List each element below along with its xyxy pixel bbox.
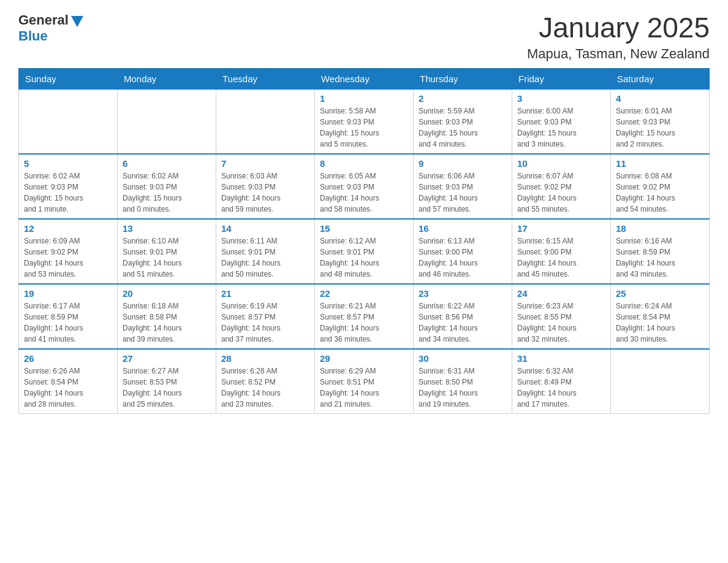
calendar-cell: 25Sunrise: 6:24 AM Sunset: 8:54 PM Dayli… bbox=[611, 284, 710, 349]
calendar-cell: 14Sunrise: 6:11 AM Sunset: 9:01 PM Dayli… bbox=[216, 219, 315, 284]
day-number: 23 bbox=[419, 288, 507, 299]
column-header-sunday: Sunday bbox=[19, 68, 118, 89]
day-number: 8 bbox=[320, 158, 408, 169]
calendar-title: January 2025 bbox=[527, 12, 710, 44]
calendar-cell: 9Sunrise: 6:06 AM Sunset: 9:03 PM Daylig… bbox=[414, 154, 512, 219]
calendar-cell: 27Sunrise: 6:27 AM Sunset: 8:53 PM Dayli… bbox=[118, 349, 216, 414]
calendar-cell: 30Sunrise: 6:31 AM Sunset: 8:50 PM Dayli… bbox=[414, 349, 512, 414]
day-number: 29 bbox=[320, 353, 408, 364]
day-info: Sunrise: 6:03 AM Sunset: 9:03 PM Dayligh… bbox=[221, 170, 309, 215]
day-info: Sunrise: 6:09 AM Sunset: 9:02 PM Dayligh… bbox=[24, 236, 112, 280]
day-number: 12 bbox=[24, 223, 112, 234]
calendar-cell: 19Sunrise: 6:17 AM Sunset: 8:59 PM Dayli… bbox=[19, 284, 118, 349]
day-number: 28 bbox=[221, 353, 309, 364]
day-number: 25 bbox=[616, 288, 704, 299]
day-info: Sunrise: 6:21 AM Sunset: 8:57 PM Dayligh… bbox=[320, 301, 408, 345]
calendar-cell: 22Sunrise: 6:21 AM Sunset: 8:57 PM Dayli… bbox=[315, 284, 414, 349]
logo: General Blue bbox=[18, 12, 83, 44]
calendar-cell: 18Sunrise: 6:16 AM Sunset: 8:59 PM Dayli… bbox=[611, 219, 710, 284]
day-number: 30 bbox=[419, 353, 507, 364]
calendar-cell: 29Sunrise: 6:29 AM Sunset: 8:51 PM Dayli… bbox=[315, 349, 414, 414]
day-number: 19 bbox=[24, 288, 112, 299]
calendar-week-row: 5Sunrise: 6:02 AM Sunset: 9:03 PM Daylig… bbox=[19, 154, 710, 219]
day-info: Sunrise: 6:11 AM Sunset: 9:01 PM Dayligh… bbox=[221, 236, 309, 280]
logo-triangle-icon bbox=[70, 13, 83, 27]
day-info: Sunrise: 6:07 AM Sunset: 9:02 PM Dayligh… bbox=[517, 170, 605, 215]
column-header-monday: Monday bbox=[118, 68, 216, 89]
calendar-cell: 17Sunrise: 6:15 AM Sunset: 9:00 PM Dayli… bbox=[512, 219, 611, 284]
calendar-cell: 1Sunrise: 5:58 AM Sunset: 9:03 PM Daylig… bbox=[315, 89, 414, 154]
day-number: 4 bbox=[616, 93, 704, 104]
day-info: Sunrise: 6:22 AM Sunset: 8:56 PM Dayligh… bbox=[419, 301, 507, 345]
day-info: Sunrise: 6:31 AM Sunset: 8:50 PM Dayligh… bbox=[419, 366, 507, 410]
calendar-cell bbox=[216, 89, 315, 154]
calendar-cell: 16Sunrise: 6:13 AM Sunset: 9:00 PM Dayli… bbox=[414, 219, 512, 284]
calendar-cell: 11Sunrise: 6:08 AM Sunset: 9:02 PM Dayli… bbox=[611, 154, 710, 219]
page-header: General Blue January 2025 Mapua, Tasman,… bbox=[18, 12, 710, 62]
calendar-cell: 31Sunrise: 6:32 AM Sunset: 8:49 PM Dayli… bbox=[512, 349, 611, 414]
logo-blue: Blue bbox=[18, 28, 48, 44]
day-info: Sunrise: 6:02 AM Sunset: 9:03 PM Dayligh… bbox=[123, 170, 211, 215]
day-info: Sunrise: 6:16 AM Sunset: 8:59 PM Dayligh… bbox=[616, 236, 704, 280]
day-number: 10 bbox=[517, 158, 605, 169]
calendar-week-row: 1Sunrise: 5:58 AM Sunset: 9:03 PM Daylig… bbox=[19, 89, 710, 154]
day-number: 14 bbox=[221, 223, 309, 234]
calendar-subtitle: Mapua, Tasman, New Zealand bbox=[527, 46, 710, 62]
calendar-week-row: 19Sunrise: 6:17 AM Sunset: 8:59 PM Dayli… bbox=[19, 284, 710, 349]
day-number: 21 bbox=[221, 288, 309, 299]
column-header-wednesday: Wednesday bbox=[315, 68, 414, 89]
column-header-thursday: Thursday bbox=[414, 68, 512, 89]
calendar-cell: 12Sunrise: 6:09 AM Sunset: 9:02 PM Dayli… bbox=[19, 219, 118, 284]
day-number: 16 bbox=[419, 223, 507, 234]
day-info: Sunrise: 5:58 AM Sunset: 9:03 PM Dayligh… bbox=[320, 105, 408, 150]
calendar-cell: 24Sunrise: 6:23 AM Sunset: 8:55 PM Dayli… bbox=[512, 284, 611, 349]
day-number: 7 bbox=[221, 158, 309, 169]
day-info: Sunrise: 6:18 AM Sunset: 8:58 PM Dayligh… bbox=[123, 301, 211, 345]
day-number: 31 bbox=[517, 353, 605, 364]
day-info: Sunrise: 6:29 AM Sunset: 8:51 PM Dayligh… bbox=[320, 366, 408, 410]
day-info: Sunrise: 6:13 AM Sunset: 9:00 PM Dayligh… bbox=[419, 236, 507, 280]
logo-general: General bbox=[18, 12, 69, 28]
calendar-cell: 6Sunrise: 6:02 AM Sunset: 9:03 PM Daylig… bbox=[118, 154, 216, 219]
day-number: 27 bbox=[123, 353, 211, 364]
day-number: 22 bbox=[320, 288, 408, 299]
day-info: Sunrise: 6:27 AM Sunset: 8:53 PM Dayligh… bbox=[123, 366, 211, 410]
day-number: 2 bbox=[419, 93, 507, 104]
column-header-tuesday: Tuesday bbox=[216, 68, 315, 89]
day-info: Sunrise: 6:00 AM Sunset: 9:03 PM Dayligh… bbox=[517, 105, 605, 150]
day-info: Sunrise: 6:08 AM Sunset: 9:02 PM Dayligh… bbox=[616, 170, 704, 215]
day-number: 13 bbox=[123, 223, 211, 234]
day-number: 5 bbox=[24, 158, 112, 169]
calendar-cell: 21Sunrise: 6:19 AM Sunset: 8:57 PM Dayli… bbox=[216, 284, 315, 349]
day-info: Sunrise: 6:17 AM Sunset: 8:59 PM Dayligh… bbox=[24, 301, 112, 345]
calendar-cell bbox=[19, 89, 118, 154]
day-info: Sunrise: 6:28 AM Sunset: 8:52 PM Dayligh… bbox=[221, 366, 309, 410]
day-info: Sunrise: 6:06 AM Sunset: 9:03 PM Dayligh… bbox=[419, 170, 507, 215]
day-number: 24 bbox=[517, 288, 605, 299]
column-header-friday: Friday bbox=[512, 68, 611, 89]
day-number: 20 bbox=[123, 288, 211, 299]
day-info: Sunrise: 6:24 AM Sunset: 8:54 PM Dayligh… bbox=[616, 301, 704, 345]
day-number: 26 bbox=[24, 353, 112, 364]
column-header-saturday: Saturday bbox=[611, 68, 710, 89]
day-info: Sunrise: 6:02 AM Sunset: 9:03 PM Dayligh… bbox=[24, 170, 112, 215]
day-number: 18 bbox=[616, 223, 704, 234]
day-number: 15 bbox=[320, 223, 408, 234]
day-info: Sunrise: 6:01 AM Sunset: 9:03 PM Dayligh… bbox=[616, 105, 704, 150]
calendar-cell bbox=[118, 89, 216, 154]
day-info: Sunrise: 6:19 AM Sunset: 8:57 PM Dayligh… bbox=[221, 301, 309, 345]
day-number: 6 bbox=[123, 158, 211, 169]
calendar-cell: 4Sunrise: 6:01 AM Sunset: 9:03 PM Daylig… bbox=[611, 89, 710, 154]
day-info: Sunrise: 6:23 AM Sunset: 8:55 PM Dayligh… bbox=[517, 301, 605, 345]
day-number: 9 bbox=[419, 158, 507, 169]
day-info: Sunrise: 6:26 AM Sunset: 8:54 PM Dayligh… bbox=[24, 366, 112, 410]
calendar-cell: 2Sunrise: 5:59 AM Sunset: 9:03 PM Daylig… bbox=[414, 89, 512, 154]
calendar-cell: 7Sunrise: 6:03 AM Sunset: 9:03 PM Daylig… bbox=[216, 154, 315, 219]
calendar-week-row: 12Sunrise: 6:09 AM Sunset: 9:02 PM Dayli… bbox=[19, 219, 710, 284]
title-block: January 2025 Mapua, Tasman, New Zealand bbox=[527, 12, 710, 62]
day-number: 17 bbox=[517, 223, 605, 234]
calendar-cell: 28Sunrise: 6:28 AM Sunset: 8:52 PM Dayli… bbox=[216, 349, 315, 414]
calendar-cell: 15Sunrise: 6:12 AM Sunset: 9:01 PM Dayli… bbox=[315, 219, 414, 284]
calendar-header-row: SundayMondayTuesdayWednesdayThursdayFrid… bbox=[19, 68, 710, 89]
calendar-cell: 10Sunrise: 6:07 AM Sunset: 9:02 PM Dayli… bbox=[512, 154, 611, 219]
